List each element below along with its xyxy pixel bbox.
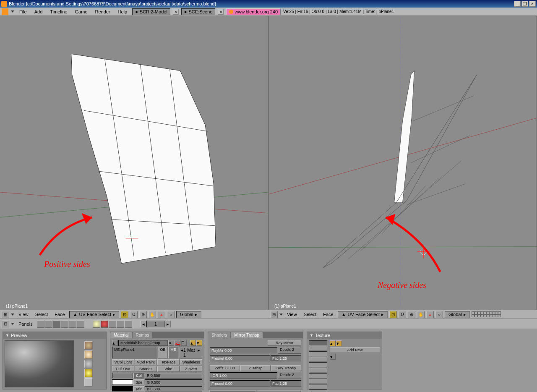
screen-close[interactable]: × [173, 9, 179, 15]
preview-sphere-icon[interactable] [84, 350, 93, 359]
menu-select[interactable]: Select [33, 311, 51, 318]
raymir-slider[interactable]: RayMir 0.00 [210, 347, 277, 353]
material-name[interactable]: MA:initialShadingGroup [118, 340, 168, 346]
zoffs-button[interactable]: Zoffs: 0.000 [210, 365, 240, 371]
menu-timeline[interactable]: Timeline [47, 8, 70, 15]
shadeless-button[interactable]: Shadeless [180, 359, 202, 365]
scene-close[interactable]: × [218, 9, 224, 15]
tex-clear-icon[interactable]: ▾ [330, 354, 336, 360]
mir-button[interactable]: Mir [133, 386, 144, 392]
menu-help[interactable]: Help [115, 8, 130, 15]
menu-select-r[interactable]: Select [301, 311, 319, 318]
mesh-name[interactable]: ME:pPlane1 [112, 347, 157, 358]
view-menu-toggle[interactable] [11, 314, 14, 316]
menu-game[interactable]: Game [72, 8, 90, 15]
col-swatch[interactable] [112, 373, 133, 378]
zinvert-button[interactable]: ZInvert [180, 366, 202, 372]
preview-light-icon[interactable] [84, 369, 93, 377]
depth-field[interactable]: Depth: 2 [278, 347, 301, 354]
widget-icon[interactable]: ⊕ [139, 311, 147, 318]
view-menu-toggle-r[interactable] [279, 314, 283, 316]
view-type-icon-r[interactable]: ⊞ [270, 311, 278, 318]
menu-add[interactable]: Add [32, 8, 45, 15]
mir-swatch[interactable] [112, 386, 133, 392]
hand-icon[interactable]: ✋ [149, 311, 156, 318]
buttons-window-icon[interactable]: ⊟ [2, 320, 9, 327]
texface-button[interactable]: TexFace [157, 359, 180, 365]
header-menu-toggle[interactable] [11, 10, 14, 13]
tab-ramps[interactable]: Ramps [133, 332, 153, 338]
fac-slider[interactable]: Fac 1.25 [271, 355, 301, 361]
orientation-selector[interactable]: Global▸ [176, 311, 201, 318]
triangle-icon-r[interactable]: ▲ [426, 311, 434, 318]
strands-button[interactable]: Strands [135, 366, 157, 372]
subcontext-icons[interactable] [93, 320, 132, 328]
mat-auto-icon[interactable]: 🚗 [175, 340, 180, 346]
tex-down-icon[interactable]: ▾ [336, 340, 342, 346]
preview-flat-icon[interactable] [84, 341, 93, 350]
col-button[interactable]: Col [133, 373, 144, 379]
spe-swatch[interactable] [112, 379, 133, 385]
widget-icon-r[interactable]: ⊕ [408, 311, 415, 318]
viewport-left[interactable]: Positive sides (1) pPlane1 [0, 16, 268, 310]
me-button[interactable]: ME [168, 347, 178, 358]
frame-control[interactable]: ◂ 1 ▸ [141, 321, 171, 327]
scene-dropdown[interactable]: ● SCE:Scene [181, 8, 216, 15]
add-new-button[interactable]: Add New [330, 347, 380, 353]
tex-up-icon[interactable]: ▴ [330, 340, 336, 346]
ray-transp-button[interactable]: Ray Transp [271, 365, 301, 371]
frame-next[interactable]: ▸ [165, 321, 171, 327]
preview-cube-icon[interactable] [84, 360, 93, 368]
frame-number[interactable]: 1 [146, 321, 165, 327]
menu-face[interactable]: Face [52, 311, 67, 318]
pivot-icon[interactable]: ⊡ [121, 311, 128, 318]
menu-view-r[interactable]: View [284, 311, 300, 318]
node-up-icon[interactable]: ▴ [190, 340, 196, 346]
mode-selector[interactable]: ▲UV Face Select▸ [69, 311, 119, 318]
blender-icon[interactable] [2, 8, 8, 15]
menu-face-r[interactable]: Face [321, 311, 336, 318]
circle-icon-r[interactable]: ○ [435, 311, 443, 318]
mat-x-icon[interactable]: × [168, 340, 174, 346]
tab-shaders[interactable]: Shaders [208, 332, 230, 338]
fresnel2-slider[interactable]: Fresnel 0.00 [210, 380, 270, 387]
g-field[interactable]: G 0.500 [145, 379, 202, 385]
vcol-paint-button[interactable]: VCol Paint [135, 359, 157, 365]
texture-slots[interactable] [309, 340, 327, 392]
pivot-icon-r[interactable]: ⊡ [389, 311, 397, 318]
ray-mirror-button[interactable]: Ray Mirror [268, 340, 301, 346]
menu-file[interactable]: File [17, 8, 29, 15]
ior-slider[interactable]: IOR 1.00 [210, 372, 277, 379]
menu-view[interactable]: View [16, 311, 31, 318]
fac2-slider[interactable]: Fac 1.25 [271, 380, 301, 387]
tab-mirror[interactable]: Mirror Transp [231, 332, 262, 338]
node-down-icon[interactable]: ▾ [196, 340, 202, 346]
context-icons[interactable] [37, 320, 84, 328]
mat-index[interactable]: ◂1 Mat 1▸ [179, 347, 202, 358]
magnet-icon[interactable]: Ω [130, 311, 138, 318]
circle-icon[interactable]: ○ [167, 311, 175, 318]
tab-material[interactable]: Material [110, 332, 132, 338]
blender-link[interactable]: www.blender.org 240 [226, 8, 281, 15]
spe-button[interactable]: Spe [133, 379, 144, 385]
magnet-icon-r[interactable]: Ω [399, 311, 406, 318]
view-type-icon[interactable]: ⊞ [2, 311, 9, 318]
mat-browse-icon[interactable]: ▴ [112, 340, 118, 346]
ztransp-button[interactable]: ZTransp [240, 365, 271, 371]
wire-button[interactable]: Wire [157, 366, 180, 372]
orientation-selector-r[interactable]: Global▸ [445, 311, 470, 318]
restore-button[interactable]: ❐ [521, 1, 528, 7]
triangle-icon[interactable]: ▲ [158, 311, 165, 318]
hand-icon-r[interactable]: ✋ [417, 311, 425, 318]
screen-dropdown[interactable]: ● SCR:2-Model [132, 8, 170, 15]
minimize-button[interactable]: _ [514, 1, 521, 7]
mat-f-icon[interactable]: F [181, 340, 187, 346]
menu-render[interactable]: Render [92, 8, 112, 15]
layer-buttons[interactable] [472, 311, 501, 317]
r-field[interactable]: R 0.500 [145, 373, 202, 379]
mode-selector-r[interactable]: ▲UV Face Select▸ [338, 311, 388, 318]
fresnel-slider[interactable]: Fresnel 0.00 [210, 355, 270, 361]
viewport-right[interactable]: Negative sides (1) pPlane1 [268, 16, 537, 310]
depth2-field[interactable]: Depth: 2 [278, 372, 301, 379]
vcol-light-button[interactable]: VCol Light [112, 359, 134, 365]
